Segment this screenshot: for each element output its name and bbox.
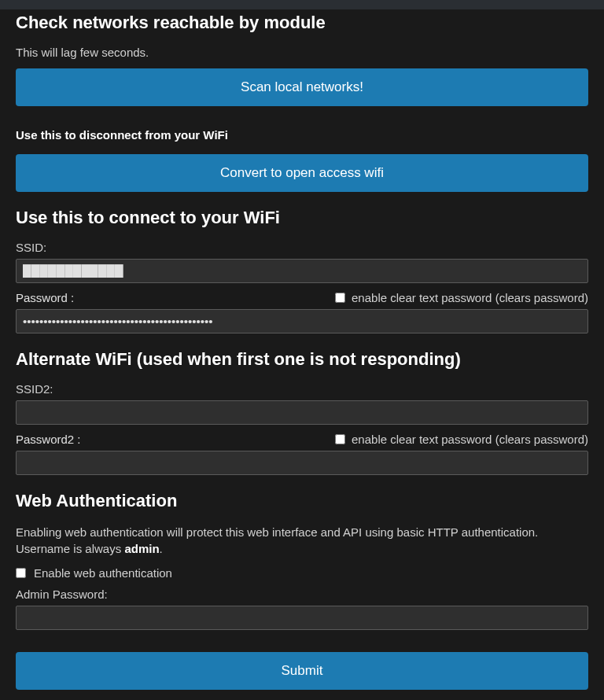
admin-password-label: Admin Password: (16, 588, 588, 601)
ssid2-input[interactable] (16, 400, 588, 425)
submit-button[interactable]: Submit (16, 652, 588, 690)
page-content: Check networks reachable by module This … (0, 9, 604, 700)
clear-text-password-text-2: enable clear text password (clears passw… (352, 433, 588, 446)
clear-text-password-text-1: enable clear text password (clears passw… (352, 291, 588, 304)
top-bar (0, 0, 604, 9)
scan-networks-button[interactable]: Scan local networks! (16, 68, 588, 106)
admin-password-input[interactable] (16, 606, 588, 630)
web-auth-desc-text: Enabling web authentication will protect… (16, 525, 538, 555)
clear-text-password-label-2[interactable]: enable clear text password (clears passw… (335, 433, 588, 446)
web-auth-username: admin (124, 542, 159, 555)
disconnect-heading: Use this to disconnect from your WiFi (16, 128, 588, 142)
ssid2-label: SSID2: (16, 382, 588, 396)
ssid-input[interactable] (16, 259, 588, 283)
convert-open-access-button[interactable]: Convert to open access wifi (16, 154, 588, 192)
check-networks-desc: This will lag few seconds. (16, 46, 588, 59)
ssid-label: SSID: (16, 241, 588, 254)
password-label: Password : (16, 291, 74, 304)
alternate-wifi-heading: Alternate WiFi (used when first one is n… (16, 349, 588, 370)
web-auth-heading: Web Authentication (16, 491, 588, 511)
clear-text-password-label-1[interactable]: enable clear text password (clears passw… (335, 291, 588, 304)
connect-wifi-heading: Use this to connect to your WiFi (16, 208, 588, 228)
clear-text-password-checkbox-1[interactable] (335, 293, 345, 303)
enable-web-auth-checkbox[interactable] (16, 568, 26, 578)
enable-web-auth-label: Enable web authentication (34, 566, 172, 580)
web-auth-desc: Enabling web authentication will protect… (16, 524, 588, 557)
web-auth-desc-end: . (160, 542, 163, 555)
clear-text-password-checkbox-2[interactable] (335, 434, 345, 444)
password2-input[interactable] (16, 451, 588, 475)
password-input[interactable] (16, 309, 588, 333)
password2-label: Password2 : (16, 433, 81, 446)
check-networks-heading: Check networks reachable by module (16, 13, 588, 33)
